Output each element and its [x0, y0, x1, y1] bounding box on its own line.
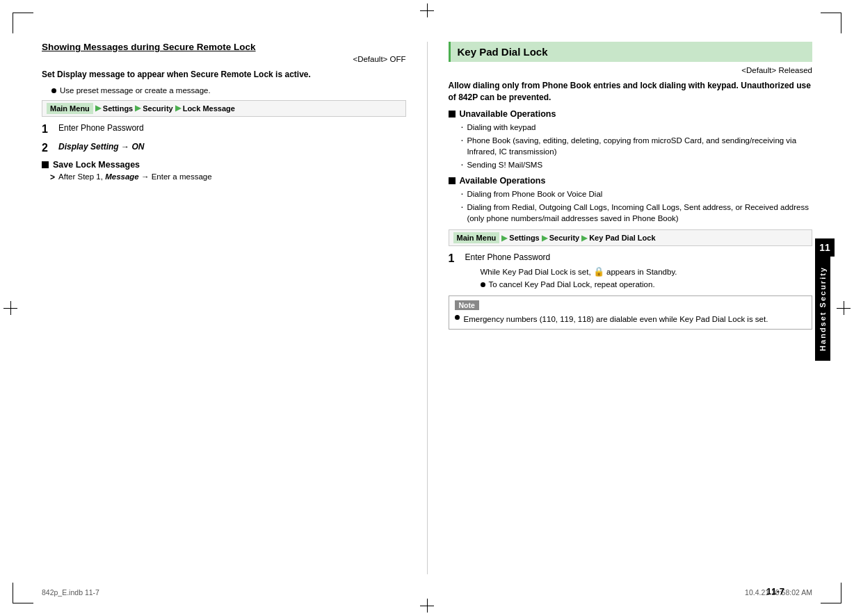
- available-item-1: · Dialing from Phone Book or Voice Dial: [461, 188, 813, 200]
- left-section-title: Showing Messages during Secure Remote Lo…: [42, 42, 406, 52]
- footer: 842p_E.indb 11-7 10.4.21 10:58:02 AM: [42, 588, 812, 597]
- chapter-title-tab: Handset Security: [815, 257, 830, 361]
- available-list: · Dialing from Phone Book or Voice Dial …: [461, 188, 813, 224]
- center-left-crosshair: [3, 301, 17, 315]
- right-menu-arrow-2: ▶: [542, 234, 547, 243]
- right-step-sub1: While Key Pad Dial Lock is set, 🔒 appear…: [481, 266, 677, 278]
- unavailable-section: Unavailable Operations · Dialing with ke…: [449, 109, 813, 170]
- unavailable-title-text: Unavailable Operations: [460, 109, 556, 119]
- right-menu-settings: Settings: [509, 234, 539, 242]
- right-step-1-content: Enter Phone Password While Key Pad Dial …: [465, 252, 677, 290]
- right-header-box: Key Pad Dial Lock: [449, 42, 813, 62]
- right-step-1-text: Enter Phone Password: [465, 252, 677, 264]
- content-area: Showing Messages during Secure Remote Lo…: [42, 42, 812, 574]
- save-lock-title-text: Save Lock Messages: [53, 160, 140, 170]
- available-square-icon: [449, 177, 456, 184]
- available-section: Available Operations · Dialing from Phon…: [449, 176, 813, 224]
- available-item-2: · Dialing from Redial, Outgoing Call Log…: [461, 202, 813, 224]
- dot-bullet-icon-1: ·: [461, 122, 464, 131]
- step-2-value: ON: [131, 142, 144, 152]
- sub-message-bold: Message: [105, 172, 139, 181]
- sub2-bullet-dot: [481, 282, 485, 287]
- note-bullet-dot: [455, 315, 460, 320]
- left-column: Showing Messages during Secure Remote Lo…: [42, 42, 428, 574]
- right-menu-security: Security: [549, 234, 579, 242]
- sub-arrow-icon: >: [50, 172, 55, 182]
- unavailable-title: Unavailable Operations: [449, 109, 813, 119]
- sub-text: After Step 1, Message → Enter a message: [58, 172, 212, 181]
- unavailable-square-icon: [449, 111, 456, 117]
- available-title: Available Operations: [449, 176, 813, 186]
- step-2-arrow: →: [121, 142, 131, 152]
- corner-mark-bl: [13, 583, 33, 603]
- step-1-number: 1: [42, 122, 53, 136]
- right-step-1: 1 Enter Phone Password While Key Pad Dia…: [449, 252, 813, 290]
- note-box: Note Emergency numbers (110, 119, 118) a…: [449, 295, 813, 330]
- unavailable-item-1: · Dialing with keypad: [461, 122, 813, 133]
- step-1-text: Enter Phone Password: [58, 122, 144, 134]
- right-step-sub2: To cancel Key Pad Dial Lock, repeat oper…: [481, 280, 677, 289]
- left-default-line: <Default> OFF: [42, 55, 406, 63]
- save-lock-sub: > After Step 1, Message → Enter a messag…: [50, 172, 406, 182]
- right-step-1-number: 1: [449, 252, 460, 265]
- lock-icon: 🔒: [593, 266, 604, 277]
- sub-arrow2: →: [141, 172, 152, 181]
- right-menu-arrow-1: ▶: [501, 234, 507, 243]
- dot-bullet-avail-2: ·: [461, 202, 464, 211]
- right-default-line: <Default> Released: [449, 66, 813, 74]
- center-right-crosshair: [837, 301, 851, 315]
- chapter-number-badge: 11: [815, 238, 835, 257]
- sub-end-text: Enter a message: [152, 172, 212, 181]
- menu-lock-message: Lock Message: [183, 104, 235, 113]
- save-lock-title: Save Lock Messages: [42, 160, 406, 170]
- available-title-text: Available Operations: [460, 176, 546, 186]
- unavailable-list: · Dialing with keypad · Phone Book (savi…: [461, 122, 813, 170]
- corner-mark-tr: [821, 13, 841, 33]
- left-bullet-item: Use preset message or create a message.: [51, 86, 406, 95]
- footer-left-text: 842p_E.indb 11-7: [42, 588, 99, 597]
- center-bottom-crosshair: [420, 599, 434, 613]
- right-step-1-sub: While Key Pad Dial Lock is set, 🔒 appear…: [481, 266, 677, 289]
- menu-security: Security: [143, 104, 172, 113]
- page-number: 11-7: [766, 586, 784, 597]
- black-square-icon: [42, 161, 49, 168]
- menu-bar-main-menu: Main Menu: [47, 103, 93, 114]
- menu-arrow-2: ▶: [135, 104, 140, 113]
- menu-arrow-1: ▶: [95, 104, 101, 113]
- unavailable-item-3: · Sending S! Mail/SMS: [461, 159, 813, 170]
- unavailable-item-2: · Phone Book (saving, editing, deleting,…: [461, 135, 813, 157]
- step-2-display-setting: Display Setting: [58, 142, 119, 152]
- dot-bullet-icon-3: ·: [461, 159, 464, 169]
- left-menu-bar: Main Menu ▶ Settings ▶ Security ▶ Lock M…: [42, 100, 406, 117]
- save-lock-section: Save Lock Messages > After Step 1, Messa…: [42, 160, 406, 182]
- corner-mark-tl: [13, 13, 33, 33]
- note-text: Emergency numbers (110, 119, 118) are di…: [455, 314, 807, 325]
- left-step-1: 1 Enter Phone Password: [42, 122, 406, 136]
- right-menu-bar: Main Menu ▶ Settings ▶ Security ▶ Key Pa…: [449, 229, 813, 246]
- left-bullet-text: Use preset message or create a message.: [60, 86, 211, 95]
- left-intro-text: Set Display message to appear when Secur…: [42, 69, 406, 81]
- right-intro-text: Allow dialing only from Phone Book entri…: [449, 80, 813, 104]
- note-label: Note: [455, 300, 479, 310]
- menu-arrow-3: ▶: [175, 104, 181, 113]
- dot-bullet-avail-1: ·: [461, 188, 464, 198]
- left-step-2: 2 Display Setting → ON: [42, 141, 406, 154]
- center-top-crosshair: [420, 3, 434, 17]
- right-menu-key-pad: Key Pad Dial Lock: [589, 234, 655, 242]
- step-2-number: 2: [42, 141, 53, 154]
- right-menu-arrow-3: ▶: [581, 234, 587, 243]
- step-2-text: Display Setting → ON: [58, 141, 144, 153]
- menu-settings: Settings: [103, 104, 133, 113]
- bullet-dot-icon: [51, 88, 56, 93]
- corner-mark-br: [821, 583, 841, 603]
- right-menu-main: Main Menu: [453, 232, 500, 243]
- dot-bullet-icon-2: ·: [461, 135, 464, 145]
- right-column: Key Pad Dial Lock <Default> Released All…: [428, 42, 813, 574]
